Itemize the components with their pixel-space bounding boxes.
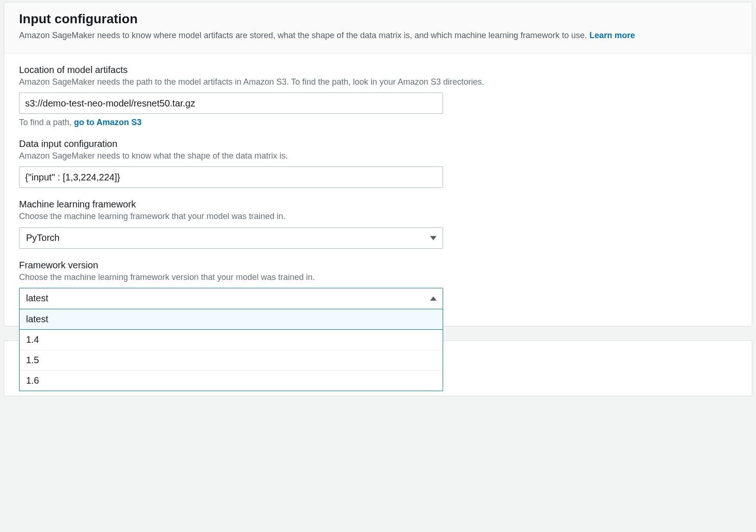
field-artifacts: Location of model artifacts Amazon SageM…	[19, 65, 737, 127]
artifacts-label: Location of model artifacts	[19, 65, 737, 75]
framework-select[interactable]: PyTorch	[19, 227, 443, 249]
field-data-input: Data input configuration Amazon SageMake…	[19, 139, 737, 188]
data-input-desc: Amazon SageMaker needs to know what the …	[19, 150, 737, 162]
framework-selected-value: PyTorch	[26, 233, 60, 243]
dropdown-option-1-4[interactable]: 1.4	[20, 330, 443, 350]
go-to-s3-link[interactable]: go to Amazon S3	[74, 118, 141, 127]
panel-header: Input configuration Amazon SageMaker nee…	[4, 2, 752, 53]
framework-version-label: Framework version	[19, 260, 737, 271]
dropdown-option-latest[interactable]: latest	[20, 309, 443, 330]
field-framework: Machine learning framework Choose the ma…	[19, 199, 737, 248]
data-input-field[interactable]	[19, 166, 443, 188]
artifacts-desc: Amazon SageMaker needs the path to the m…	[19, 76, 737, 88]
artifacts-hint: To find a path, go to Amazon S3	[19, 118, 737, 127]
panel-description: Amazon SageMaker needs to know where mod…	[19, 29, 737, 42]
framework-label: Machine learning framework	[19, 199, 737, 210]
framework-version-selected-value: latest	[26, 293, 48, 304]
framework-version-select-wrap: latest latest 1.4 1.5 1.6	[19, 288, 443, 309]
dropdown-option-1-6[interactable]: 1.6	[20, 371, 443, 391]
data-input-label: Data input configuration	[19, 139, 737, 149]
framework-version-dropdown: latest 1.4 1.5 1.6	[19, 309, 443, 391]
learn-more-link[interactable]: Learn more	[590, 31, 635, 40]
dropdown-option-1-5[interactable]: 1.5	[20, 350, 443, 371]
panel-title: Input configuration	[19, 12, 737, 27]
framework-select-wrap: PyTorch	[19, 227, 443, 249]
input-configuration-panel: Input configuration Amazon SageMaker nee…	[4, 2, 752, 326]
field-framework-version: Framework version Choose the machine lea…	[19, 260, 737, 309]
framework-desc: Choose the machine learning framework th…	[19, 211, 737, 222]
artifacts-input[interactable]	[19, 93, 443, 114]
framework-version-desc: Choose the machine learning framework ve…	[19, 272, 737, 283]
panel-body: Location of model artifacts Amazon SageM…	[4, 53, 752, 326]
framework-version-select[interactable]: latest	[19, 288, 443, 309]
